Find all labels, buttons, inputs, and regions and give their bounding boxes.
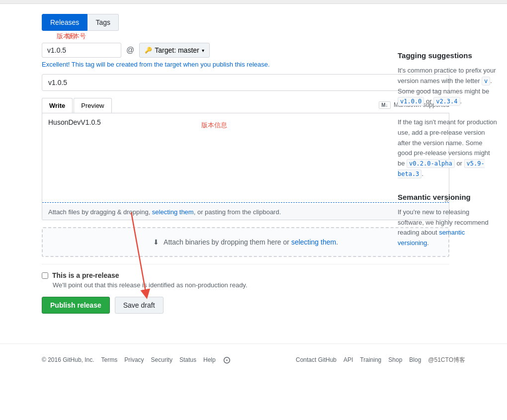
footer-status-link[interactable]: Status bbox=[179, 356, 196, 363]
semver-text: If you're new to releasing software, we … bbox=[398, 207, 497, 249]
prerelease-hint: We'll point out that this release is ide… bbox=[42, 281, 449, 289]
top-bar bbox=[0, 0, 507, 4]
select-files-link[interactable]: selecting them bbox=[152, 208, 194, 216]
tabs-bar: Releases Tags bbox=[42, 14, 507, 31]
semver-title: Semantic versioning bbox=[398, 191, 497, 203]
footer-copyright: © 2016 GitHub, Inc. bbox=[42, 356, 94, 363]
footer: © 2016 GitHub, Inc. Terms Privacy Securi… bbox=[0, 343, 507, 376]
sidebar-semver: Semantic versioning If you're new to rel… bbox=[398, 191, 497, 249]
at-sign: @ bbox=[126, 46, 134, 55]
key-icon: 🔑 bbox=[145, 47, 152, 54]
footer-api-link[interactable]: API bbox=[343, 356, 353, 363]
footer-contact-link[interactable]: Contact GitHub bbox=[296, 356, 337, 363]
footer-right: Contact GitHub API Training Shop Blog @5… bbox=[296, 356, 465, 364]
cto-watermark: @51CTO博客 bbox=[428, 356, 465, 364]
publish-release-button[interactable]: Publish release bbox=[42, 297, 110, 314]
github-logo: ⊙ bbox=[223, 354, 231, 366]
annotation-arrow bbox=[121, 207, 161, 307]
footer-help-link[interactable]: Help bbox=[203, 356, 216, 363]
tag-input[interactable] bbox=[42, 43, 121, 58]
version-annotation-label: 版本号 bbox=[57, 32, 76, 41]
footer-training-link[interactable]: Training bbox=[360, 356, 381, 363]
target-label: Target: master bbox=[155, 46, 199, 54]
write-tab[interactable]: Write bbox=[42, 98, 73, 113]
footer-shop-link[interactable]: Shop bbox=[388, 356, 402, 363]
footer-terms-link[interactable]: Terms bbox=[101, 356, 118, 363]
content-annotation: 版本信息 bbox=[201, 121, 227, 130]
footer-blog-link[interactable]: Blog bbox=[409, 356, 421, 363]
footer-privacy-link[interactable]: Privacy bbox=[124, 356, 144, 363]
target-button[interactable]: 🔑 Target: master ▾ bbox=[139, 43, 209, 58]
sidebar-tagging: Tagging suggestions It's common practice… bbox=[398, 50, 497, 179]
right-sidebar: Tagging suggestions It's common practice… bbox=[388, 40, 507, 270]
tagging-text: It's common practice to prefix your vers… bbox=[398, 66, 497, 107]
footer-left: © 2016 GitHub, Inc. Terms Privacy Securi… bbox=[42, 354, 231, 366]
tagging-title: Tagging suggestions bbox=[398, 50, 497, 62]
prerelease-checkbox[interactable] bbox=[42, 272, 48, 279]
tagging-prerelease-text: If the tag isn't meant for production us… bbox=[398, 117, 497, 179]
tab-releases[interactable]: Releases bbox=[42, 14, 87, 31]
footer-security-link[interactable]: Security bbox=[151, 356, 172, 363]
select-binaries-link[interactable]: selecting them bbox=[291, 238, 336, 246]
preview-tab[interactable]: Preview bbox=[74, 98, 111, 113]
download-icon: ⬇ bbox=[153, 238, 159, 246]
chevron-down-icon: ▾ bbox=[202, 48, 204, 53]
tab-tags[interactable]: Tags bbox=[87, 14, 119, 31]
write-tabs: Write Preview bbox=[42, 98, 113, 113]
action-buttons: Publish release Save draft bbox=[42, 297, 449, 314]
main-container: Releases Tags 版本号 版本号 @ 🔑 Target: master… bbox=[0, 4, 507, 314]
prerelease-label[interactable]: This is a pre-release bbox=[42, 271, 449, 279]
save-draft-button[interactable]: Save draft bbox=[115, 297, 164, 314]
